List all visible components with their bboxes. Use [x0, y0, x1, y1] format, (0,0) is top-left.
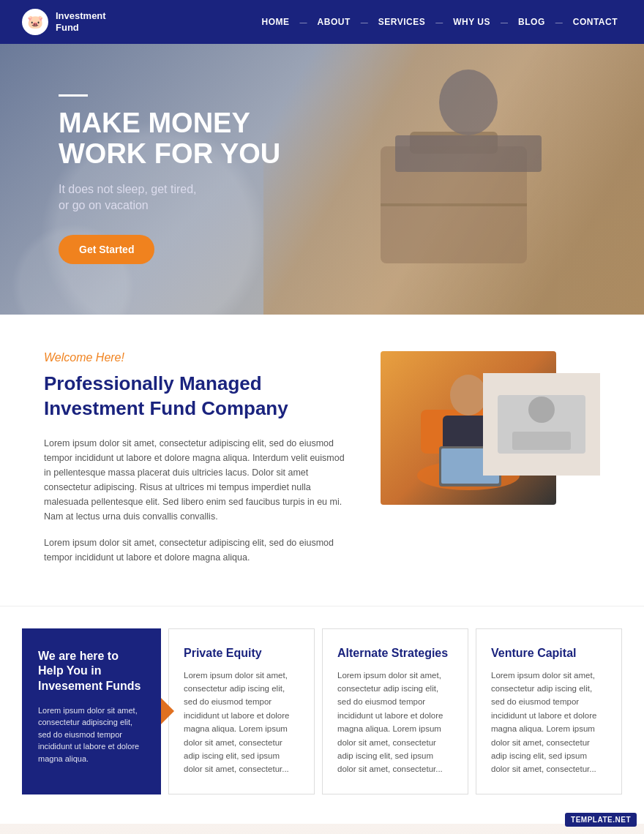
logo-text: Investment Fund [56, 10, 106, 33]
service-intro-body: Lorem ipsum dolor sit amet, consectetur … [38, 705, 145, 765]
service-card-3: Venture Capital Lorem ipsum dolor sit am… [476, 628, 622, 794]
svg-point-8 [450, 375, 487, 416]
service-card-3-title: Venture Capital [491, 647, 607, 660]
nav-why-us[interactable]: WHY US [449, 14, 495, 30]
nav-home[interactable]: HOME [258, 14, 294, 30]
about-section: Welcome Here! Professionally Managed Inv… [0, 315, 644, 606]
service-card-1: Private Equity Lorem ipsum dolor sit ame… [168, 628, 315, 794]
why-section: Why Choose Us? Experienced Leaders in In… [0, 824, 644, 834]
logo-area: 🐷 Investment Fund [22, 9, 106, 35]
service-card-2-title: Alternate Strategies [337, 647, 453, 660]
svg-point-3 [439, 70, 498, 135]
hero-content: MAKE MONEY WORK FOR YOU It does not slee… [0, 94, 280, 263]
logo-icon: 🐷 [22, 9, 48, 35]
about-welcome: Welcome Here! [44, 351, 351, 364]
nav-contact[interactable]: CONTACT [569, 14, 622, 30]
arrow-icon [161, 698, 174, 724]
about-body-1: Lorem ipsum dolor sit amet, consectetur … [44, 436, 351, 524]
hero-subtitle: It does not sleep, get tired, or go on v… [59, 181, 280, 214]
service-intro-card: We are here to Help You in Invesement Fu… [22, 628, 161, 794]
nav-sep-3: — [435, 18, 443, 26]
svg-rect-16 [512, 432, 571, 450]
navbar: 🐷 Investment Fund HOME — ABOUT — SERVICE… [0, 0, 644, 44]
get-started-button[interactable]: Get Started [59, 235, 154, 264]
service-card-1-body: Lorem ipsum dolor sit amet, consectetur … [184, 669, 299, 776]
service-intro-title: We are here to Help You in Invesement Fu… [38, 649, 145, 694]
service-card-2-body: Lorem ipsum dolor sit amet, consectetur … [337, 669, 453, 776]
nav-sep-2: — [361, 18, 368, 26]
service-card-1-title: Private Equity [184, 647, 299, 660]
template-badge: TEMPLATE.NET [565, 813, 637, 827]
hero-title: MAKE MONEY WORK FOR YOU [59, 108, 280, 170]
nav-links: HOME — ABOUT — SERVICES — WHY US — BLOG … [258, 14, 622, 30]
about-left: Welcome Here! Professionally Managed Inv… [44, 351, 351, 576]
hero-svg [263, 44, 644, 315]
about-secondary-svg [483, 373, 600, 476]
nav-about[interactable]: ABOUT [313, 14, 355, 30]
about-title: Professionally Managed Investment Fund C… [44, 372, 351, 421]
nav-sep-1: — [300, 18, 307, 26]
nav-sep-5: — [555, 18, 563, 26]
services-section: We are here to Help You in Invesement Fu… [0, 606, 644, 824]
nav-sep-4: — [501, 18, 508, 26]
svg-point-15 [528, 397, 555, 423]
service-card-2: Alternate Strategies Lorem ipsum dolor s… [322, 628, 468, 794]
about-right [381, 351, 600, 576]
nav-services[interactable]: SERVICES [374, 14, 430, 30]
svg-rect-4 [395, 135, 542, 172]
nav-blog[interactable]: BLOG [514, 14, 550, 30]
about-image-secondary [483, 373, 600, 476]
about-body-2: Lorem ipsum dolor sit amet, consectetur … [44, 536, 351, 565]
hero-section: MAKE MONEY WORK FOR YOU It does not slee… [0, 44, 644, 315]
hero-line-decoration [59, 94, 88, 97]
hero-image [263, 44, 644, 315]
service-card-3-body: Lorem ipsum dolor sit amet, consectetur … [491, 669, 607, 776]
